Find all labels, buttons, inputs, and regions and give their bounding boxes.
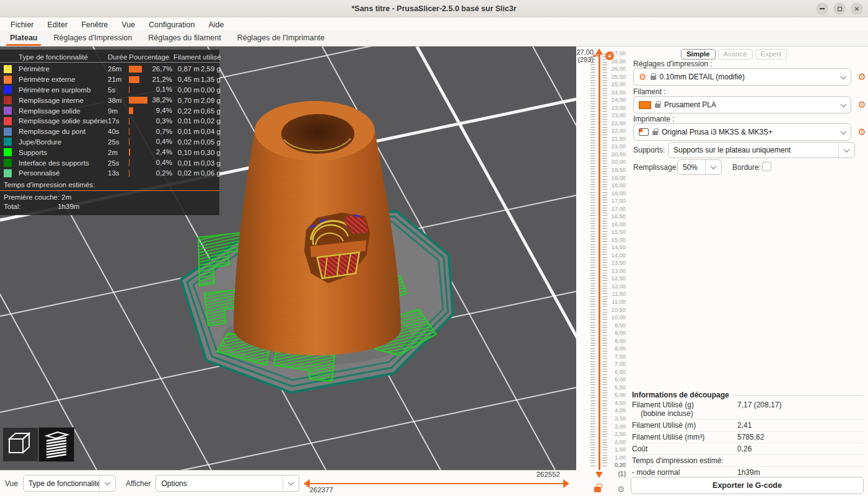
menu-item-editer[interactable]: Editer (42, 19, 74, 30)
print-settings-combo[interactable]: ⚙ 0.10mm DETAIL (modifié) (633, 68, 851, 86)
view-type-combo[interactable]: Type de fonctionnalité (23, 475, 116, 492)
feature-filament-g: 0,05 g (199, 138, 221, 146)
layer-tick-label: 13,50 (606, 260, 626, 266)
layer-slider-handle-bottom[interactable] (595, 472, 603, 478)
layer-slider-track[interactable] (598, 54, 600, 470)
legend-col-type: Type de fonctionnalité (19, 53, 108, 61)
chevron-zone (705, 160, 721, 174)
view-3d-button[interactable] (3, 428, 38, 461)
close-button[interactable]: ✕ (851, 2, 863, 15)
feature-percent-cell: 26,7% (129, 65, 173, 73)
supports-combo[interactable]: Supports sur le plateau uniquement (668, 142, 855, 158)
feature-filament-g: 2,09 g (199, 97, 221, 104)
feature-percent: 21,2% (152, 76, 172, 83)
mode-switcher: SimpleAvancéExpert (681, 49, 787, 60)
show-options-combo[interactable]: Options (156, 475, 299, 492)
feature-label: Interface des supports (19, 159, 108, 167)
layer-tick-label: 7,00 (606, 361, 626, 367)
feature-percent-cell: 0,4% (129, 159, 173, 167)
ruler-ticks-left (590, 54, 595, 467)
feature-label: Remplissage interne (19, 97, 108, 104)
mode-button-simple[interactable]: Simple (681, 49, 716, 60)
feature-percent: 0,2% (156, 169, 172, 177)
layer-slider[interactable]: 27,00 (293) + 27,0026,5026,0025,5025,002… (576, 46, 627, 496)
sliced-info-value: 1h39m (737, 468, 863, 477)
window-title: *Sans titre - PrusaSlicer-2.5.0 basé sur… (351, 4, 516, 13)
printer-icon (639, 128, 649, 136)
print-settings-gear-button[interactable]: ⚙ (858, 72, 866, 81)
range-track[interactable] (308, 483, 565, 485)
menu-item-configuration[interactable]: Configuration (143, 19, 200, 30)
feature-percent-cell: 0,1% (129, 86, 173, 94)
legend-row: Périmètre externe21m21,2%0,45 m1,35 g (0, 74, 219, 85)
lock-icon (655, 104, 660, 108)
legend-col-percent: Pourcentage (129, 53, 173, 61)
printer-gear-button[interactable]: ⚙ (858, 127, 866, 136)
mode-button-expert[interactable]: Expert (755, 49, 787, 60)
restore-button[interactable] (833, 2, 846, 15)
layer-bottom-index: (1) (606, 471, 626, 477)
legend-panel: Type de fonctionnalité Durée Pourcentage… (0, 50, 219, 215)
legend-row: Supports2m2,4%0,10 m0,30 g (0, 147, 219, 157)
feature-percent-bar (129, 86, 129, 93)
feature-duration: 9m (108, 107, 129, 115)
viewport-3d[interactable]: Type de fonctionnalité Durée Pourcentage… (0, 46, 576, 470)
mode-button-avancé[interactable]: Avancé (718, 49, 753, 60)
feature-filament-g: 0,02 g (199, 117, 221, 125)
layer-tick-label: 1,00 (606, 455, 626, 461)
feature-filament-g: 0,03 g (199, 159, 221, 167)
feature-percent-bar (129, 97, 147, 104)
minimize-button[interactable] (816, 2, 828, 15)
tab-r-glages-de-l-imprimante[interactable]: Réglages de l'Imprimante (231, 31, 331, 46)
layer-tick-label: 2,00 (606, 440, 626, 445)
feature-duration: 38m (108, 97, 129, 104)
legend-row: Périmètre26m26,7%0,87 m2,59 g (0, 64, 219, 74)
sliced-info-value: 7,17 (208,17) (737, 401, 863, 418)
printer-combo[interactable]: Original Prusa i3 MK3S & MK3S+ (633, 123, 851, 141)
lock-icon[interactable] (594, 487, 601, 492)
view-preview-button[interactable] (39, 428, 74, 461)
filament-combo[interactable]: Prusament PLA (633, 96, 851, 113)
feature-percent: 2,4% (156, 148, 172, 156)
legend-times-rule (0, 190, 219, 191)
sliced-info-row: Filament Utilisé (m)2,41 (632, 419, 863, 431)
brim-checkbox[interactable] (762, 162, 771, 171)
export-gcode-button[interactable]: Exporter le G-code (631, 477, 864, 494)
layer-tick-label: 11,50 (606, 291, 626, 297)
feature-percent-cell: 0,7% (129, 128, 173, 136)
feature-label: Périmètre externe (19, 76, 108, 83)
feature-color-swatch (4, 169, 12, 177)
printer-label: Imprimante : (633, 115, 675, 123)
chevron-down-icon (841, 101, 847, 107)
menu-item-fichier[interactable]: Fichier (5, 19, 40, 30)
tab-r-glages-du-filament[interactable]: Réglages du filament (142, 31, 227, 46)
feature-percent: 0,4% (156, 159, 172, 166)
sliced-info-label: Filament Utilisé (g)(bobine incluse) (632, 401, 737, 418)
tab-plateau[interactable]: Plateau (4, 31, 43, 46)
layer-tick-label: 17,00 (606, 206, 626, 212)
feature-percent-bar (129, 66, 142, 73)
feature-duration: 40s (108, 128, 129, 135)
menu-item-vue[interactable]: Vue (116, 19, 141, 30)
feature-percent-cell: 9,4% (129, 107, 173, 115)
chevron-down-icon (844, 146, 850, 153)
layer-tick-labels: 27,0026,5026,0025,5025,0024,5024,0023,50… (606, 51, 626, 469)
menu-item-fenêtre[interactable]: Fenêtre (76, 19, 113, 30)
filament-gear-button[interactable]: ⚙ (858, 100, 866, 109)
slider-gear-icon[interactable]: ⚙ (617, 484, 625, 494)
legend-times-title: Temps d'impression estimés: (0, 179, 219, 190)
feature-color-swatch (4, 107, 12, 115)
layer-tick-label: 4,00 (606, 408, 626, 414)
move-range-slider[interactable]: 262552 262377 (299, 471, 576, 496)
range-handle-right[interactable] (563, 479, 569, 488)
feature-percent-cell: 38,2% (129, 96, 173, 104)
feature-label: Remplissage solide supérieur (19, 117, 108, 125)
layer-slider-handle-top[interactable] (595, 48, 603, 55)
infill-value: 50% (678, 163, 705, 172)
infill-combo[interactable]: 50% (677, 159, 722, 175)
feature-percent-cell: 21,2% (129, 76, 173, 84)
layer-tick-label: 24,00 (606, 97, 626, 103)
tab-r-glages-d-impression[interactable]: Réglages d'Impression (47, 31, 138, 46)
supports-label: Supports: (633, 146, 665, 154)
menu-item-aide[interactable]: Aide (203, 19, 229, 30)
